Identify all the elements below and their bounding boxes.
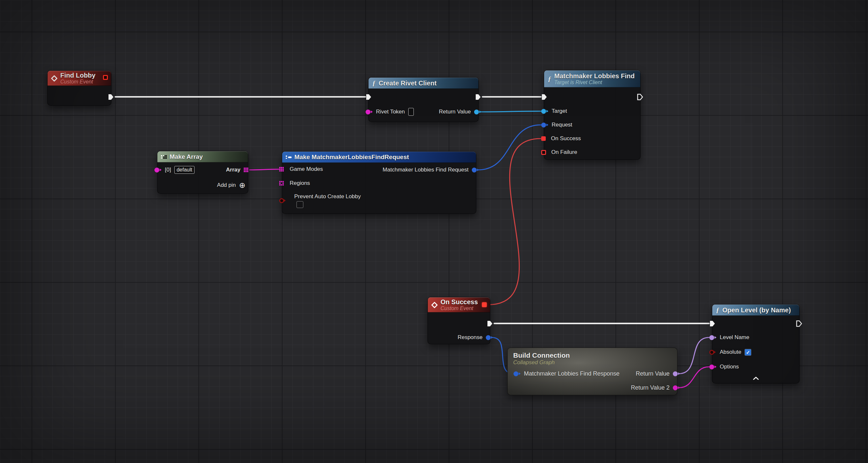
- wire-data-findrequest-to-request[interactable]: [478, 125, 541, 170]
- node-on-success[interactable]: On Success Custom Event Response: [428, 297, 490, 344]
- exec-out-pin[interactable]: [475, 94, 481, 100]
- add-pin-label: Add pin: [217, 182, 236, 189]
- pin-row: [108, 92, 114, 102]
- node-header: Find Lobby Custom Event: [48, 71, 111, 86]
- pin-label: Matchmaker Lobbies Find Request: [382, 167, 468, 173]
- node-header: ƒ Open Level (by Name): [712, 305, 799, 316]
- pin-row: Matchmaker Lobbies Find Request: [382, 165, 479, 175]
- game-modes-pin[interactable]: [279, 167, 284, 172]
- exec-in-pin[interactable]: [709, 320, 715, 327]
- array-element-input[interactable]: default: [174, 166, 194, 174]
- absolute-pin[interactable]: [709, 350, 714, 355]
- exec-out-pin[interactable]: [796, 320, 802, 327]
- node-build-connection[interactable]: Build Connection Collapsed Graph Matchma…: [507, 348, 677, 395]
- wire-layer: [0, 0, 868, 463]
- exec-out-pin[interactable]: [487, 320, 493, 327]
- return-value-pin[interactable]: [474, 110, 479, 114]
- make-struct-icon: [286, 155, 291, 159]
- find-response-in-pin[interactable]: [514, 371, 518, 376]
- function-icon: ƒ: [548, 75, 551, 83]
- node-header: ƒ Matchmaker Lobbies Find Target is Rive…: [544, 70, 640, 87]
- pin-row: Regions: [279, 178, 310, 188]
- function-icon: ƒ: [372, 79, 376, 87]
- array-element-pin[interactable]: [154, 168, 159, 172]
- wire-data-array-to-gamemodes[interactable]: [250, 169, 279, 170]
- pin-row: Array: [226, 165, 251, 175]
- prevent-auto-create-lobby-checkbox[interactable]: [297, 201, 303, 208]
- return-value-pin[interactable]: [673, 371, 678, 376]
- pin-label: Rivet Token: [376, 109, 405, 115]
- pin-label: Matchmaker Lobbies Find Response: [524, 370, 619, 377]
- node-title: Find Lobby: [60, 72, 95, 79]
- pin-label: On Failure: [551, 149, 577, 155]
- options-pin[interactable]: [709, 365, 714, 369]
- wire-data-returnvalue2-to-options[interactable]: [679, 367, 709, 388]
- return-value-2-pin[interactable]: [673, 385, 678, 390]
- node-create-rivet-client[interactable]: ƒ Create Rivet Client Rivet Token Return…: [368, 77, 478, 122]
- custom-event-icon: [51, 75, 57, 82]
- pin-label: Prevent Auto Create Lobby: [294, 193, 361, 200]
- pin-row: Options: [709, 362, 739, 372]
- pin-row: Game Modes: [279, 164, 323, 174]
- exec-out-pin[interactable]: [637, 94, 643, 100]
- pin-label: Array: [226, 167, 241, 173]
- custom-event-icon: [431, 302, 438, 308]
- exec-out-pin[interactable]: [108, 94, 114, 100]
- on-failure-delegate-pin[interactable]: [541, 150, 546, 155]
- node-title: Make MatchmakerLobbiesFindRequest: [294, 153, 409, 161]
- pin-row: Target: [541, 106, 567, 116]
- pin-row: Return Value: [439, 107, 481, 117]
- node-find-lobby[interactable]: Find Lobby Custom Event: [47, 70, 112, 106]
- pin-row: [475, 92, 481, 102]
- wire-delegate-onsuccess-binding[interactable]: [488, 139, 541, 305]
- node-open-level-by-name[interactable]: ƒ Open Level (by Name) Level Name Absolu…: [712, 304, 800, 383]
- node-title: Build Connection: [513, 351, 570, 359]
- add-pin-icon[interactable]: ⊕: [239, 182, 245, 189]
- request-pin[interactable]: [541, 123, 546, 127]
- pin-row: Request: [541, 120, 572, 130]
- pin-label: Regions: [290, 180, 310, 186]
- node-matchmaker-lobbies-find[interactable]: ƒ Matchmaker Lobbies Find Target is Rive…: [544, 70, 641, 160]
- level-name-pin[interactable]: [709, 335, 714, 340]
- node-make-matchmakerlobbiesfindrequest[interactable]: Make MatchmakerLobbiesFindRequest Game M…: [282, 151, 476, 214]
- collapse-pins-button[interactable]: [753, 375, 759, 381]
- pin-row: Return Value 2: [631, 383, 680, 393]
- pin-label: Absolute: [720, 349, 741, 355]
- node-header: Build Connection Collapsed Graph: [513, 351, 570, 366]
- delegate-pin[interactable]: [103, 75, 108, 80]
- pin-label: Options: [720, 364, 739, 370]
- exec-in-pin[interactable]: [366, 94, 372, 100]
- exec-in-pin[interactable]: [541, 94, 548, 100]
- pin-row: [541, 92, 548, 102]
- pin-row: On Failure: [541, 147, 577, 157]
- chevron-up-icon: [753, 377, 759, 380]
- prevent-auto-create-lobby-pin[interactable]: [279, 198, 284, 203]
- pin-label: Return Value 2: [631, 384, 670, 391]
- regions-pin[interactable]: [279, 181, 284, 185]
- pin-label: [0]: [165, 167, 171, 173]
- node-header: ƒ Create Rivet Client: [369, 78, 478, 89]
- node-subtitle: Custom Event: [60, 79, 95, 85]
- delegate-pin[interactable]: [482, 302, 487, 307]
- pin-label: Request: [552, 122, 572, 128]
- array-out-pin[interactable]: [244, 168, 248, 172]
- pin-label: Return Value: [439, 109, 471, 115]
- find-request-out-pin[interactable]: [472, 168, 477, 172]
- node-title: Create Rivet Client: [379, 80, 437, 87]
- pin-label: Return Value: [636, 370, 670, 377]
- wire-data-returnvalue-to-target[interactable]: [480, 111, 541, 112]
- pin-label: Response: [458, 334, 483, 341]
- rivet-token-pin[interactable]: [366, 110, 370, 114]
- pin-row: Absolute: [709, 347, 751, 357]
- node-subtitle: Target is Rivet Client: [554, 80, 635, 85]
- node-make-array[interactable]: Make Array [0] default Array ⊕ Add pin: [157, 151, 248, 194]
- add-pin-button[interactable]: ⊕ Add pin: [217, 180, 245, 190]
- absolute-checkbox[interactable]: [745, 349, 751, 356]
- rivet-token-input[interactable]: [408, 108, 414, 116]
- target-pin[interactable]: [541, 109, 546, 114]
- response-pin[interactable]: [486, 335, 491, 340]
- pin-label: Level Name: [720, 334, 749, 341]
- on-success-delegate-pin[interactable]: [541, 136, 546, 141]
- blueprint-graph-canvas[interactable]: Find Lobby Custom Event ƒ Create Rivet C…: [0, 0, 868, 463]
- wire-data-returnvalue-to-levelname[interactable]: [679, 338, 709, 374]
